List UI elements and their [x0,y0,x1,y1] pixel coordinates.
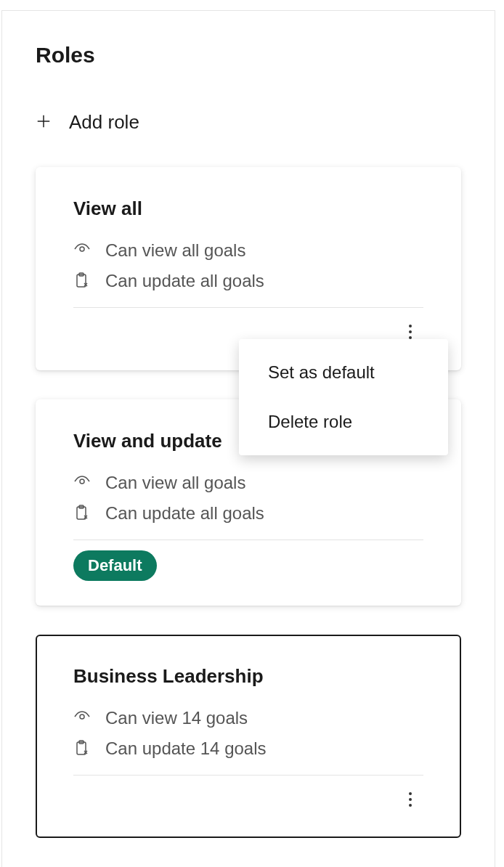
menu-item-set-default[interactable]: Set as default [239,348,448,397]
permission-row: Can view all goals [73,240,423,261]
eye-icon [73,709,91,727]
permission-row: Can update 14 goals [73,738,423,759]
svg-point-8 [80,479,84,484]
permission-text: Can view all goals [105,240,245,261]
add-role-button[interactable]: Add role [36,111,139,134]
svg-point-15 [409,798,412,801]
permission-text: Can update 14 goals [105,738,267,759]
menu-item-delete-role[interactable]: Delete role [239,397,448,447]
clipboard-edit-icon [73,272,91,290]
clipboard-edit-icon [73,740,91,757]
svg-point-2 [80,247,84,251]
permission-text: Can update all goals [105,503,264,524]
eye-icon [73,474,91,492]
context-menu: Set as default Delete role [239,339,448,455]
permission-text: Can update all goals [105,271,264,291]
plus-icon [36,113,52,133]
roles-panel: Roles Add role View all Can view all goa… [1,10,495,867]
card-footer [73,776,423,813]
add-role-label: Add role [69,111,139,134]
permission-text: Can view all goals [105,473,245,493]
svg-point-6 [409,330,412,333]
permission-row: Can view all goals [73,473,423,493]
permission-row: Can update all goals [73,503,423,524]
role-card[interactable]: Business Leadership Can view 14 goals Ca… [36,635,461,838]
svg-point-14 [409,792,412,795]
page-title: Roles [36,43,461,68]
eye-icon [73,242,91,259]
card-footer: Default [73,540,423,581]
permission-row: Can update all goals [73,271,423,291]
permission-row: Can view 14 goals [73,708,423,728]
svg-point-16 [409,804,412,807]
permission-text: Can view 14 goals [105,708,248,728]
more-options-button[interactable] [397,786,423,813]
svg-point-5 [409,325,412,327]
default-badge: Default [73,550,157,581]
role-title: View all [73,198,423,220]
role-title: Business Leadership [73,665,423,688]
role-card[interactable]: View all Can view all goals Can update a… [36,167,461,370]
clipboard-edit-icon [73,505,91,522]
svg-point-11 [80,715,84,719]
